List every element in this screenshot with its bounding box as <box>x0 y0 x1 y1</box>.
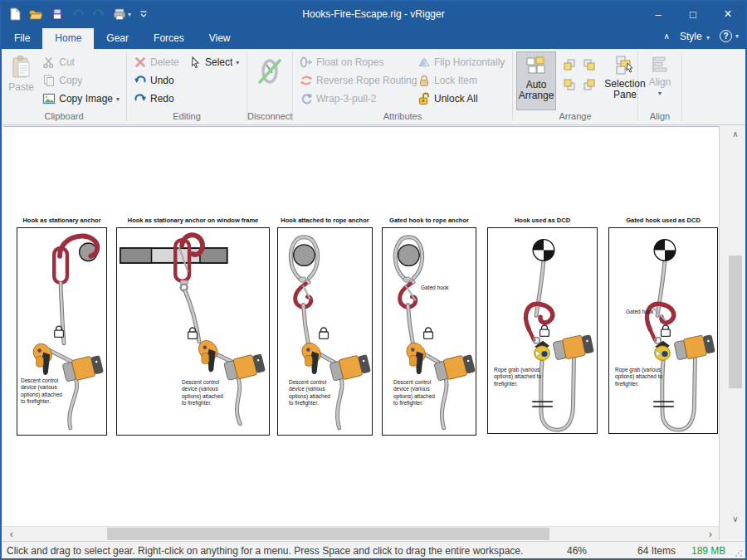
workspace-canvas[interactable]: Hook as stationary anchor Descent contro… <box>3 126 719 526</box>
ribbon: Paste Cut Copy Copy Image ▾ <box>2 49 745 125</box>
paste-button[interactable]: Paste <box>5 51 37 110</box>
horizontal-scrollbar-thumb[interactable] <box>107 528 549 540</box>
flip-horizontally-label: Flip Horizontally <box>434 56 505 68</box>
rig-diagram[interactable] <box>609 228 717 433</box>
order-buttons <box>558 51 601 110</box>
cut-label: Cut <box>59 56 75 68</box>
undo-button[interactable]: Undo <box>130 71 243 90</box>
paste-clipboard-icon <box>12 55 32 80</box>
title-bar: ▾ Hooks-Fire-Escape.rig - vRigger – □ × <box>2 2 745 27</box>
zoom-level[interactable]: 46% <box>567 545 587 557</box>
auto-arrange-button[interactable]: Auto Arrange <box>516 51 556 110</box>
copy-image-button[interactable]: Copy Image ▾ <box>39 90 123 108</box>
collapse-ribbon-icon[interactable]: ∧ <box>664 32 670 41</box>
unlock-all-label: Unlock All <box>434 93 478 105</box>
send-to-back-button[interactable] <box>581 76 598 93</box>
style-menu[interactable]: Style ▾ <box>680 31 710 42</box>
help-icon: ? <box>720 30 732 42</box>
help-menu[interactable]: ?▾ <box>720 30 739 42</box>
align-button[interactable]: Align ▾ <box>642 51 678 110</box>
dropdown-arrow-icon: ▾ <box>735 32 739 40</box>
tab-home[interactable]: Home <box>42 28 94 49</box>
dropdown-arrow-icon: ▾ <box>236 59 239 66</box>
group-separator <box>681 52 682 121</box>
bring-to-front-button[interactable] <box>581 56 598 73</box>
wrap-3-pull-2-button[interactable]: W Wrap-3-pull-2 <box>296 90 413 108</box>
redo-button[interactable]: Redo <box>130 90 243 108</box>
minimize-button[interactable]: – <box>641 2 676 27</box>
horizontal-scrollbar[interactable]: ‹ › <box>3 526 719 540</box>
rig-panel-hook-rope-anchor[interactable]: Hook attached to rope anchor Descen <box>277 227 373 436</box>
open-folder-icon <box>29 7 43 21</box>
paste-label: Paste <box>8 82 34 93</box>
tab-forces[interactable]: Forces <box>141 28 197 49</box>
reverse-rope-routing-button[interactable]: Reverse Rope Routing <box>296 71 413 90</box>
rig-panel-hook-stationary-anchor[interactable]: Hook as stationary anchor Descent contro… <box>17 227 107 436</box>
panel-caption: Descent control device (various options)… <box>21 377 67 406</box>
save-floppy-icon <box>51 7 64 21</box>
float-on-ropes-icon <box>300 56 313 69</box>
delete-button[interactable]: Delete <box>130 53 185 71</box>
resize-grip[interactable] <box>735 549 743 558</box>
group-attributes: Float on Ropes Reverse Rope Routing W Wr… <box>293 49 512 124</box>
print-button[interactable]: ▾ <box>113 5 131 23</box>
scroll-down-arrow[interactable]: ∨ <box>729 512 742 525</box>
customize-qat-button[interactable] <box>139 5 149 23</box>
rig-panel-hook-dcd[interactable]: Hook used as DCD Rope grab (various opti… <box>487 227 598 434</box>
qat-redo-button[interactable] <box>92 5 105 23</box>
qat-chevron-icon <box>139 9 149 19</box>
rig-panel-hook-window-frame[interactable]: Hook as stationary anchor on window fram… <box>116 227 270 436</box>
align-icon <box>651 55 669 75</box>
copy-button[interactable]: Copy <box>39 71 123 90</box>
unlock-all-button[interactable]: Unlock All <box>414 90 508 108</box>
dropdown-arrow-icon: ▾ <box>658 88 662 99</box>
dropdown-arrow-icon: ▾ <box>706 34 710 41</box>
status-bar: Click and drag to select gear. Right-cli… <box>2 541 745 560</box>
select-cursor-icon <box>188 56 202 69</box>
scroll-up-arrow[interactable]: ∧ <box>729 127 742 140</box>
bring-forward-button[interactable] <box>561 56 578 73</box>
vertical-scrollbar[interactable]: ∧ ∨ <box>728 127 743 525</box>
disconnect-button[interactable] <box>251 51 289 110</box>
open-file-button[interactable] <box>29 5 43 23</box>
panel-title: Hook as stationary anchor <box>22 217 100 224</box>
panel-title: Hook used as DCD <box>515 217 570 224</box>
delete-label: Delete <box>150 56 179 68</box>
close-button[interactable]: × <box>710 2 745 27</box>
lock-icon <box>417 74 431 87</box>
redo-icon <box>134 92 147 105</box>
group-label-align: Align <box>638 110 681 124</box>
new-file-button[interactable] <box>8 5 22 23</box>
gated-hook-note: Gated hook <box>626 309 654 314</box>
vertical-scrollbar-thumb[interactable] <box>729 256 742 388</box>
dropdown-arrow-icon: ▾ <box>116 95 120 103</box>
panel-title: Gated hook used as DCD <box>626 217 701 224</box>
rig-diagram[interactable] <box>488 228 597 433</box>
qat-undo-button[interactable] <box>71 5 85 23</box>
send-backward-button[interactable] <box>561 76 578 93</box>
select-button[interactable]: Select ▾ <box>185 53 242 71</box>
copy-label: Copy <box>59 75 82 86</box>
dropdown-arrow-icon: ▾ <box>128 11 131 18</box>
save-button[interactable] <box>51 5 64 23</box>
wrap-3-pull-2-label: Wrap-3-pull-2 <box>316 93 376 105</box>
lock-item-button[interactable]: Lock Item <box>414 71 508 90</box>
bring-forward-icon <box>563 58 576 71</box>
rig-panel-gated-hook-dcd[interactable]: Gated hook used as DCD Gated hook <box>608 227 718 434</box>
float-on-ropes-button[interactable]: Float on Ropes <box>296 53 413 71</box>
cut-button[interactable]: Cut <box>39 53 123 71</box>
scroll-left-arrow[interactable]: ‹ <box>5 527 18 540</box>
tab-view[interactable]: View <box>197 28 243 49</box>
cut-scissors-icon <box>42 56 56 69</box>
scroll-right-arrow[interactable]: › <box>704 527 717 540</box>
rig-panel-gated-hook-rope-anchor[interactable]: Gated hook to rope anchor Gated hoo <box>382 227 476 436</box>
redo-icon <box>92 7 105 21</box>
tab-gear[interactable]: Gear <box>94 28 141 49</box>
flip-horizontally-button[interactable]: Flip Horizontally <box>414 53 508 71</box>
panel-title: Hook as stationary anchor on window fram… <box>128 217 259 224</box>
maximize-button[interactable]: □ <box>676 2 710 27</box>
group-label-clipboard: Clipboard <box>2 110 126 124</box>
tab-file[interactable]: File <box>2 28 42 49</box>
bring-to-front-icon <box>583 58 596 71</box>
copy-image-icon <box>42 92 56 105</box>
